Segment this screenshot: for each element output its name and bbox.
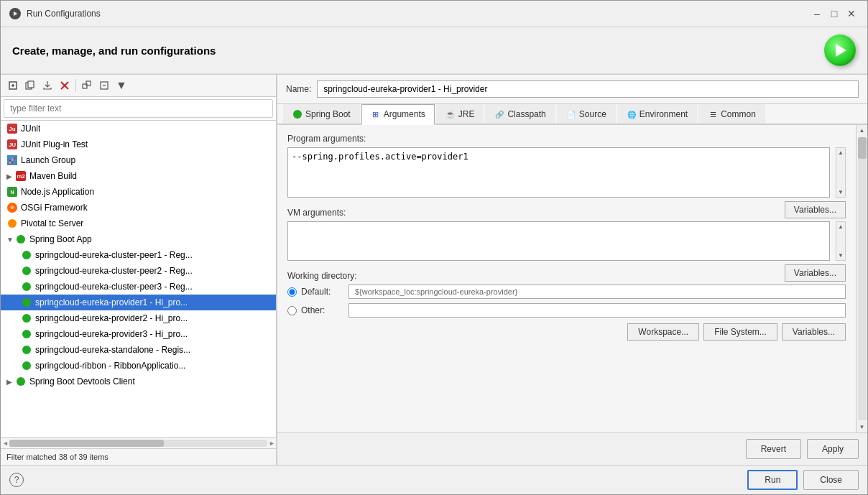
tab-arguments[interactable]: ⊞ Arguments bbox=[361, 104, 435, 125]
help-button[interactable]: ? bbox=[9, 473, 24, 487]
tab-spring-boot[interactable]: Spring Boot bbox=[283, 104, 360, 124]
filter-input[interactable] bbox=[4, 99, 273, 118]
tree-item-nodejs[interactable]: N Node.js Application bbox=[1, 184, 276, 200]
tree-item-devtools[interactable]: ▶ Spring Boot Devtools Client bbox=[1, 374, 276, 389]
tree-item-label: OSGi Framework bbox=[21, 203, 88, 213]
tab-content-area: Program arguments: --spring.profiles.act… bbox=[277, 125, 856, 432]
vm-variables-button[interactable]: Variables... bbox=[785, 264, 846, 282]
apply-button[interactable]: Apply bbox=[807, 439, 859, 459]
title-bar: Run Configurations – □ ✕ bbox=[1, 1, 867, 27]
environment-tab-icon: 🌐 bbox=[627, 109, 637, 119]
tree-item-provider1[interactable]: springcloud-eureka-provider1 - Hi_pro... bbox=[1, 295, 276, 310]
run-header-button[interactable] bbox=[824, 34, 856, 66]
vm-scroll-up[interactable]: ▲ bbox=[838, 223, 844, 230]
tab-environment[interactable]: 🌐 Environment bbox=[617, 104, 697, 124]
tab-common[interactable]: ☰ Common bbox=[698, 104, 765, 124]
tree-item-pivotal[interactable]: Pivotal tc Server bbox=[1, 216, 276, 231]
close-button[interactable]: ✕ bbox=[844, 6, 859, 21]
scroll-down[interactable]: ▼ bbox=[838, 189, 844, 195]
hscroll-track[interactable] bbox=[9, 440, 267, 447]
default-radio[interactable] bbox=[287, 287, 297, 297]
vm-args-input[interactable] bbox=[287, 221, 830, 261]
tree-item-peer1[interactable]: springcloud-eureka-cluster-peer1 - Reg..… bbox=[1, 247, 276, 263]
tree-item-peer2[interactable]: springcloud-eureka-cluster-peer2 - Reg..… bbox=[1, 263, 276, 279]
other-dir-input[interactable] bbox=[348, 303, 846, 318]
tree-item-launch-group[interactable]: 🚀 Launch Group bbox=[1, 152, 276, 168]
classpath-tab-icon: 🔗 bbox=[494, 109, 504, 119]
revert-button[interactable]: Revert bbox=[746, 439, 801, 459]
tree-item-label: springcloud-eureka-standalone - Regis... bbox=[35, 345, 190, 355]
run-configurations-window: Run Configurations – □ ✕ Create, manage,… bbox=[0, 0, 868, 495]
main-content: ▼ Ju JUnit JU JUnit Plug-in Test 🚀 Lau bbox=[1, 74, 867, 465]
tree-item-provider3[interactable]: springcloud-eureka-provider3 - Hi_pro... bbox=[1, 326, 276, 342]
wd-variables-button[interactable]: Variables... bbox=[782, 323, 846, 341]
tab-spring-boot-label: Spring Boot bbox=[305, 109, 351, 119]
footer-bar: ? Run Close bbox=[1, 465, 867, 494]
vm-scroll-down[interactable]: ▼ bbox=[838, 252, 844, 259]
minimize-button[interactable]: – bbox=[810, 6, 824, 21]
right-scrollbar[interactable]: ▲ ▼ bbox=[856, 125, 867, 432]
program-args-label: Program arguments: bbox=[287, 134, 846, 144]
tree-item-maven-build[interactable]: ▶ m2 Maven Build bbox=[1, 168, 276, 184]
tab-source[interactable]: 📄 Source bbox=[557, 104, 616, 124]
junit-plugin-icon: JU bbox=[6, 139, 18, 150]
program-args-section: Program arguments: --spring.profiles.act… bbox=[287, 134, 846, 198]
tree-item-junit-plugin[interactable]: JU JUnit Plug-in Test bbox=[1, 137, 276, 152]
provider2-icon bbox=[21, 313, 32, 324]
title-bar-controls: – □ ✕ bbox=[810, 6, 859, 21]
maximize-button[interactable]: □ bbox=[827, 6, 841, 21]
dropdown-button[interactable]: ▼ bbox=[114, 78, 129, 93]
footer-run-buttons: Run Close bbox=[747, 470, 859, 490]
tab-content-wrapper: Program arguments: --spring.profiles.act… bbox=[277, 125, 867, 432]
right-scroll-track[interactable] bbox=[858, 137, 867, 420]
other-radio-label[interactable]: Other: bbox=[301, 305, 344, 315]
tab-jre[interactable]: ☕ JRE bbox=[436, 104, 484, 124]
default-radio-label[interactable]: Default: bbox=[301, 287, 344, 297]
jre-tab-icon: ☕ bbox=[445, 109, 456, 119]
delete-config-button[interactable] bbox=[57, 78, 73, 93]
tree-item-spring-boot-app[interactable]: ▼ Spring Boot App bbox=[1, 231, 276, 247]
tree-item-label: Maven Build bbox=[29, 171, 77, 181]
expand-button[interactable] bbox=[96, 78, 112, 93]
source-tab-icon: 📄 bbox=[566, 109, 576, 119]
duplicate-config-button[interactable] bbox=[22, 78, 38, 93]
tab-classpath[interactable]: 🔗 Classpath bbox=[485, 104, 555, 124]
nodejs-icon: N bbox=[6, 186, 18, 198]
header-title: Create, manage, and run configurations bbox=[12, 45, 216, 57]
tree-container: Ju JUnit JU JUnit Plug-in Test 🚀 Launch … bbox=[1, 121, 276, 437]
right-scroll-thumb bbox=[858, 137, 867, 159]
run-button[interactable]: Run bbox=[747, 470, 798, 490]
program-args-scrollbar[interactable]: ▲ ▼ bbox=[836, 147, 846, 198]
tree-item-label: springcloud-eureka-provider2 - Hi_pro... bbox=[35, 313, 188, 323]
export-config-button[interactable] bbox=[40, 78, 55, 93]
tree-item-standalone[interactable]: springcloud-eureka-standalone - Regis... bbox=[1, 342, 276, 358]
tree-item-junit[interactable]: Ju JUnit bbox=[1, 121, 276, 137]
vm-args-scrollbar[interactable]: ▲ ▼ bbox=[836, 221, 846, 261]
tree-item-provider2[interactable]: springcloud-eureka-provider2 - Hi_pro... bbox=[1, 310, 276, 326]
tree-item-label: springcloud-eureka-cluster-peer3 - Reg..… bbox=[35, 282, 193, 292]
name-input[interactable] bbox=[317, 80, 859, 98]
new-config-button[interactable] bbox=[5, 78, 21, 93]
workspace-button[interactable]: Workspace... bbox=[627, 323, 699, 341]
tree-item-ribbon[interactable]: springcloud-ribbon - RibbonApplicatio... bbox=[1, 358, 276, 374]
scroll-up[interactable]: ▲ bbox=[838, 149, 844, 156]
title-bar-left: Run Configurations bbox=[9, 8, 101, 19]
provider3-icon bbox=[21, 328, 32, 340]
tree-item-peer3[interactable]: springcloud-eureka-cluster-peer3 - Reg..… bbox=[1, 279, 276, 295]
tree-item-osgi[interactable]: ⊕ OSGi Framework bbox=[1, 200, 276, 216]
right-scroll-up[interactable]: ▲ bbox=[857, 125, 867, 136]
scroll-left-btn[interactable]: ◄ bbox=[2, 440, 8, 447]
left-toolbar: ▼ bbox=[1, 75, 276, 97]
close-button-footer[interactable]: Close bbox=[803, 470, 859, 490]
program-args-input[interactable]: --spring.profiles.active=provider1 bbox=[287, 147, 830, 198]
right-scroll-down[interactable]: ▼ bbox=[857, 422, 867, 432]
name-row: Name: bbox=[277, 75, 867, 104]
window-title: Run Configurations bbox=[27, 9, 101, 19]
scroll-right-btn[interactable]: ► bbox=[269, 440, 274, 447]
horizontal-scrollbar[interactable]: ◄ ► bbox=[1, 437, 276, 448]
other-radio[interactable] bbox=[287, 306, 297, 315]
pivotal-icon bbox=[6, 218, 18, 229]
program-variables-button[interactable]: Variables... bbox=[785, 201, 846, 218]
collapse-all-button[interactable] bbox=[79, 78, 95, 93]
filesystem-button[interactable]: File System... bbox=[703, 323, 777, 341]
